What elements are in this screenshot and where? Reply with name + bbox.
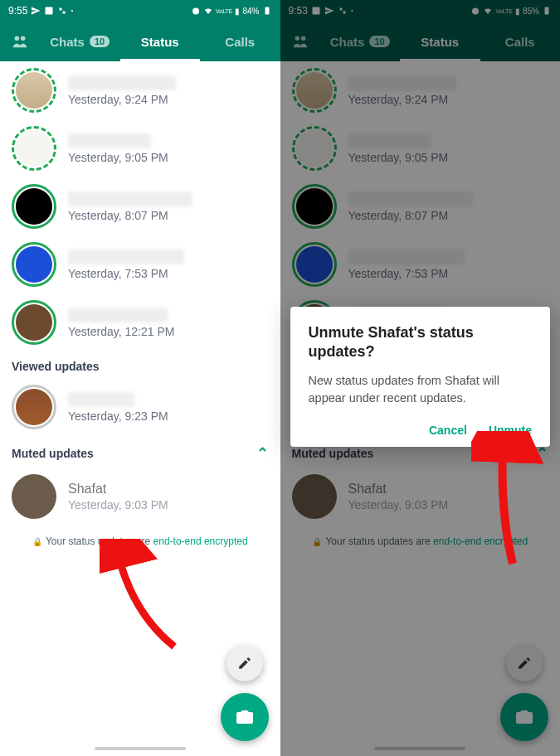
unmute-dialog: Unmute Shafat's status updates? New stat…	[290, 307, 551, 447]
status-row[interactable]: Yesterday, 8:07 PM	[0, 177, 280, 235]
svg-rect-4	[265, 7, 269, 15]
avatar	[16, 304, 52, 341]
svg-point-5	[15, 36, 19, 41]
svg-rect-1	[60, 8, 62, 11]
status-row-muted[interactable]: Shafat Yesterday, 9:03 PM	[0, 468, 280, 526]
avatar	[16, 72, 52, 109]
status-row[interactable]: Yesterday, 9:23 PM	[0, 378, 280, 436]
send-icon	[31, 6, 41, 16]
tab-calls[interactable]: Calls	[200, 22, 280, 61]
cancel-button[interactable]: Cancel	[429, 424, 467, 437]
svg-point-6	[21, 36, 25, 41]
fab-stack	[221, 645, 269, 741]
unmute-button[interactable]: Unmute	[489, 424, 532, 437]
dialog-body: New status updates from Shafat will appe…	[309, 372, 533, 407]
dialog-title: Unmute Shafat's status updates?	[309, 323, 533, 362]
avatar	[16, 246, 52, 283]
chats-badge: 10	[90, 36, 110, 47]
contact-name-redacted	[68, 75, 176, 90]
alarm-icon	[191, 6, 201, 16]
tab-status[interactable]: Status	[120, 22, 201, 61]
image-icon	[44, 6, 54, 16]
contact-name-redacted	[68, 250, 184, 264]
status-list[interactable]: Yesterday, 9:24 PM Yesterday, 9:05 PM Ye…	[0, 61, 280, 741]
tab-chats[interactable]: Chats 10	[40, 22, 120, 61]
pencil-fab[interactable]	[226, 645, 263, 681]
more-icon: ·	[71, 5, 73, 17]
slack-icon	[57, 6, 67, 16]
chevron-up-icon: ⌃	[256, 444, 269, 463]
avatar	[16, 389, 52, 425]
gesture-bar	[0, 741, 280, 756]
status-row[interactable]: Yesterday, 7:53 PM	[0, 235, 280, 293]
battery-pct: 84%	[242, 7, 259, 16]
lock-icon: 🔒	[32, 537, 42, 546]
status-row[interactable]: Yesterday, 12:21 PM	[0, 293, 280, 351]
screenshot-right: 9:53 · VoLTE ▮ 85% Chats 10 Status Calls…	[280, 0, 561, 756]
community-tab[interactable]	[0, 32, 40, 51]
svg-point-3	[192, 8, 199, 15]
contact-name-redacted	[68, 392, 134, 407]
avatar	[16, 130, 52, 167]
net-label: VoLTE	[216, 8, 233, 14]
contact-name-redacted	[68, 308, 168, 322]
contact-name-redacted	[68, 133, 151, 148]
svg-rect-0	[46, 7, 53, 15]
tab-bar: Chats 10 Status Calls	[0, 22, 280, 61]
clock: 9:55	[8, 5, 27, 17]
statusbar: 9:55 · VoLTE ▮ 84%	[0, 0, 280, 22]
svg-rect-2	[63, 12, 66, 14]
avatar	[16, 188, 52, 225]
muted-header[interactable]: Muted updates ⌃	[0, 436, 280, 468]
status-row[interactable]: Yesterday, 9:05 PM	[0, 119, 280, 177]
wifi-icon	[203, 6, 213, 16]
encryption-notice: 🔒Your status updates are end-to-end encr…	[0, 526, 280, 550]
status-row[interactable]: Yesterday, 9:24 PM	[0, 61, 280, 119]
contact-name: Shafat	[68, 482, 269, 497]
avatar	[12, 474, 56, 519]
camera-fab[interactable]	[221, 693, 269, 741]
contact-name-redacted	[68, 191, 192, 206]
battery-icon	[262, 6, 272, 16]
signal-icon: ▮	[235, 7, 240, 16]
screenshot-left: 9:55 · VoLTE ▮ 84% Chats 10 Status Calls	[0, 0, 280, 756]
viewed-header: Viewed updates	[0, 351, 280, 378]
encryption-link[interactable]: end-to-end encrypted	[153, 536, 248, 547]
